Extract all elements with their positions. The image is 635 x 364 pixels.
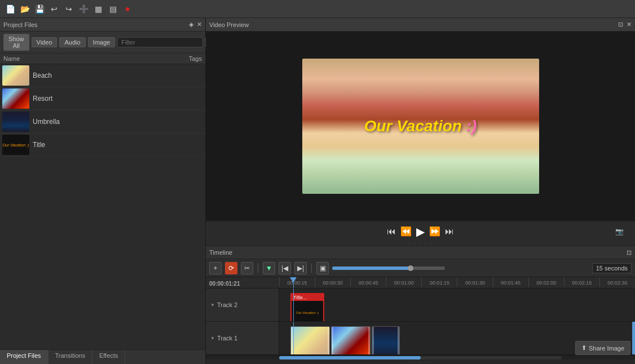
track-1-label: ▼ Track 1	[206, 322, 279, 354]
left-panel-tabs: Project Files Transitions Effects	[0, 349, 205, 364]
filter-input[interactable]	[117, 37, 203, 47]
timeline-header: Timeline ⊡	[206, 246, 635, 259]
resort-filename: Resort	[33, 95, 203, 103]
bottom-resize-dots: · · · · ·	[408, 359, 433, 365]
umbrella-clip[interactable]	[372, 326, 400, 354]
list-item[interactable]: Umbrella	[0, 110, 205, 134]
project-files-title: Project Files	[3, 21, 38, 28]
open-file-icon[interactable]: 📂	[19, 3, 30, 15]
timeline-title: Timeline	[209, 249, 232, 256]
image-filter-button[interactable]: Image	[88, 37, 116, 47]
ruler-marks: 00:00:15 00:00:30 00:00:45 00:01:00 00:0…	[279, 277, 635, 287]
add-clip-button[interactable]: +	[209, 262, 222, 274]
close-icon[interactable]: ✕	[197, 21, 202, 28]
beach-clip[interactable]	[290, 326, 330, 354]
track-2-content: Title... Our Vacation :)	[279, 288, 635, 321]
timeline-section: Timeline ⊡ + ⟳ ✂ ▼ |◀ ▶| ▣ 15 s	[206, 246, 635, 364]
redo-icon[interactable]: ↪	[63, 3, 74, 15]
project-files-header: Project Files ◈ ✕	[0, 18, 205, 32]
chevron-down-icon: ▼	[210, 336, 215, 341]
track-2-label: ▼ Track 2	[206, 288, 279, 321]
clip-left-edge	[372, 327, 374, 354]
zoom-slider-container	[332, 267, 589, 270]
title-filename: Title	[33, 141, 203, 149]
right-edge-bar	[632, 322, 635, 354]
resort-clip[interactable]	[331, 326, 371, 354]
track-playhead	[293, 322, 294, 354]
video-preview-header: Video Preview ⊡ ✕	[206, 18, 635, 32]
ruler-mark: 00:00:15	[279, 277, 315, 287]
fast-forward-button[interactable]: ⏩	[429, 226, 440, 237]
record-icon[interactable]: ●	[122, 3, 133, 15]
ruler-mark: 00:00:30	[315, 277, 350, 287]
ruler-mark: 00:01:45	[493, 277, 528, 287]
clip-left-edge	[332, 327, 333, 354]
rewind-button[interactable]: ⏪	[400, 226, 412, 237]
file-list-header: Name Tags	[0, 54, 205, 64]
camera-icon[interactable]: 📷	[615, 228, 624, 236]
undo-tl-button[interactable]: ⟳	[225, 262, 237, 274]
list-item[interactable]: Beach	[0, 64, 205, 87]
pin-icon[interactable]: ◈	[189, 21, 193, 28]
cut-button[interactable]: ✂	[241, 262, 253, 274]
title-clip[interactable]: Title... Our Vacation :)	[290, 293, 324, 321]
scrollbar-track[interactable]	[279, 356, 562, 359]
minimize-icon[interactable]: ⊡	[618, 21, 623, 28]
umbrella-filename: Umbrella	[33, 118, 203, 126]
resize-handle[interactable]: · · · · ·	[206, 241, 635, 246]
timeline-toolbar: + ⟳ ✂ ▼ |◀ ▶| ▣ 15 seconds	[206, 259, 635, 277]
ruler-mark: 00:00:45	[350, 277, 386, 287]
right-panel: Video Preview ⊡ ✕ Our Vacation :) ⏮ ⏪ ▶ …	[206, 18, 635, 364]
grid-icon[interactable]: ▦	[92, 3, 104, 15]
prev-marker-button[interactable]: |◀	[279, 262, 291, 274]
beach-thumbnail	[2, 65, 29, 86]
clip-right-edge	[398, 327, 399, 354]
track-2: ▼ Track 2 Title... Our Vacation :)	[206, 288, 635, 322]
tab-transitions[interactable]: Transitions	[48, 350, 92, 364]
tab-project-files[interactable]: Project Files	[0, 350, 48, 364]
new-file-icon[interactable]: 📄	[5, 3, 16, 15]
video-filter-button[interactable]: Video	[32, 37, 58, 47]
unknown-icon[interactable]: ▤	[107, 3, 118, 15]
title-thumbnail: Our Vacation :)	[2, 135, 29, 155]
share-icon: ⬆	[581, 344, 587, 352]
save-icon[interactable]: 💾	[34, 3, 45, 15]
zoom-slider[interactable]	[332, 267, 445, 270]
share-image-button[interactable]: ⬆ Share Image	[575, 341, 630, 355]
marker-button[interactable]: ▼	[263, 262, 275, 274]
next-marker-button[interactable]: ▶|	[294, 262, 307, 274]
video-preview-frame: Our Vacation :)	[302, 59, 539, 194]
video-overlay-text: Our Vacation :)	[364, 117, 477, 135]
resort-thumbnail	[2, 88, 29, 109]
close-panel-icon[interactable]: ✕	[627, 21, 632, 28]
chevron-down-icon: ▼	[210, 303, 215, 308]
list-item[interactable]: Resort	[0, 87, 205, 110]
separator2	[311, 264, 312, 273]
overlay-text-pink: :)	[466, 117, 477, 135]
skip-forward-button[interactable]: ⏭	[445, 227, 454, 237]
track-2-name: Track 2	[217, 301, 237, 308]
track-1-name: Track 1	[217, 335, 237, 341]
file-list: Beach Resort Umbrella Our Vacation :) Ti…	[0, 64, 205, 349]
audio-filter-button[interactable]: Audio	[59, 37, 85, 47]
undo-icon[interactable]: ↩	[48, 3, 60, 15]
duration-box: 15 seconds	[592, 263, 632, 273]
ruler-mark: 00:01:00	[386, 277, 421, 287]
video-preview-area: Our Vacation :)	[206, 32, 635, 221]
show-all-button[interactable]: Show All	[3, 34, 29, 51]
tags-column-header: Tags	[157, 55, 202, 62]
playback-controls: ⏮ ⏪ ▶ ⏩ ⏭ 📷	[206, 221, 635, 241]
left-panel: Project Files ◈ ✕ Show All Video Audio I…	[0, 18, 206, 364]
timeline-tracks: ▼ Track 2 Title... Our Vacation :) ▼	[206, 288, 635, 364]
properties-button[interactable]: ▣	[316, 262, 329, 274]
tab-effects[interactable]: Effects	[92, 350, 125, 364]
skip-back-button[interactable]: ⏮	[387, 227, 396, 237]
timeline-expand-icon[interactable]: ⊡	[627, 249, 632, 256]
main-area: Project Files ◈ ✕ Show All Video Audio I…	[0, 18, 635, 364]
bottom-resize-handle[interactable]: · · · · ·	[206, 359, 635, 364]
umbrella-thumbnail	[2, 112, 29, 132]
list-item[interactable]: Our Vacation :) Title	[0, 134, 205, 157]
add-icon[interactable]: ➕	[78, 3, 89, 15]
play-button[interactable]: ▶	[416, 225, 425, 238]
timeline-ruler: 00:00:01:21 00:00:15 00:00:30 00:00:45 0…	[206, 277, 635, 288]
